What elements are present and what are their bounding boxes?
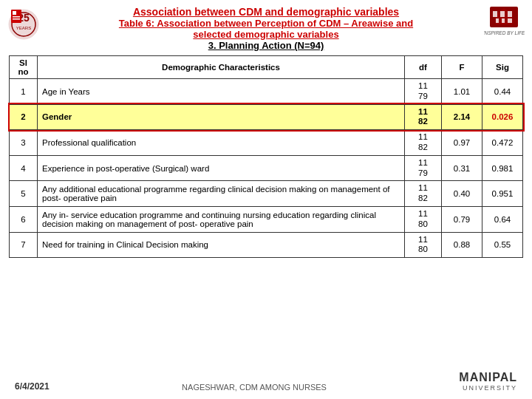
svg-rect-12 bbox=[508, 11, 512, 17]
cell-f: 0.88 bbox=[442, 232, 482, 258]
university-label: UNIVERSITY bbox=[459, 384, 517, 392]
table-row: 1Age in Years11791.010.44 bbox=[10, 79, 523, 105]
table-row: 6Any in- service education programme and… bbox=[10, 206, 523, 232]
cell-slno: 6 bbox=[10, 206, 38, 232]
footer: 6/4/2021 NAGESHWAR, CDM AMONG NURSES MAN… bbox=[0, 371, 532, 392]
title-line3: selected demographic variables bbox=[44, 29, 488, 40]
footer-center-text: NAGESHWAR, CDM AMONG NURSES bbox=[50, 383, 460, 392]
cell-f: 0.40 bbox=[442, 181, 482, 207]
table-row: 7Need for training in Clinical Decision … bbox=[10, 232, 523, 258]
cell-slno: 2 bbox=[10, 104, 38, 130]
cell-f: 0.31 bbox=[442, 155, 482, 181]
col-demo-header: Demographic Characteristics bbox=[38, 56, 405, 79]
cell-demo: Professional qualification bbox=[38, 130, 405, 156]
header: 25 YEARS Association between CDM and dem… bbox=[0, 0, 532, 55]
svg-rect-5 bbox=[13, 11, 16, 15]
svg-rect-13 bbox=[496, 18, 499, 23]
cell-sig: 0.026 bbox=[482, 104, 523, 130]
title-line4: 3. Planning Action (N=94) bbox=[44, 40, 488, 51]
svg-text:INSPIRED BY LIFE: INSPIRED BY LIFE bbox=[484, 30, 525, 35]
title-line2: Table 6: Association between Perception … bbox=[44, 18, 488, 29]
cell-df: 1179 bbox=[405, 155, 442, 181]
cell-f: 2.14 bbox=[442, 104, 482, 130]
cell-slno: 5 bbox=[10, 181, 38, 207]
cell-slno: 1 bbox=[10, 79, 38, 105]
cell-df: 1180 bbox=[405, 206, 442, 232]
cell-sig: 0.951 bbox=[482, 181, 523, 207]
cell-f: 0.97 bbox=[442, 130, 482, 156]
cell-slno: 4 bbox=[10, 155, 38, 181]
cell-sig: 0.55 bbox=[482, 232, 523, 258]
cell-df: 1180 bbox=[405, 232, 442, 258]
cell-f: 0.79 bbox=[442, 206, 482, 232]
col-slno-header: Sl no bbox=[10, 56, 38, 79]
col-f-header: F bbox=[442, 56, 482, 79]
left-logo: 25 YEARS bbox=[7, 4, 48, 44]
table-header-row: Sl no Demographic Characteristics df F S… bbox=[10, 56, 523, 79]
data-table: Sl no Demographic Characteristics df F S… bbox=[9, 55, 523, 258]
cell-df: 1179 bbox=[405, 79, 442, 105]
svg-rect-6 bbox=[13, 16, 20, 18]
table-row: 3Professional qualification11820.970.472 bbox=[10, 130, 523, 156]
svg-rect-15 bbox=[508, 18, 512, 23]
cell-demo: Need for training in Clinical Decision m… bbox=[38, 232, 405, 258]
cell-demo: Any in- service education programme and … bbox=[38, 206, 405, 232]
cell-sig: 0.472 bbox=[482, 130, 523, 156]
svg-rect-7 bbox=[13, 18, 20, 20]
table-body: 1Age in Years11791.010.442Gender11822.14… bbox=[10, 79, 523, 258]
brand-name: MANIPAL bbox=[459, 371, 517, 384]
cell-demo: Experience in post-operative (Surgical) … bbox=[38, 155, 405, 181]
cell-df: 1182 bbox=[405, 181, 442, 207]
footer-right: MANIPAL UNIVERSITY bbox=[459, 371, 517, 392]
svg-rect-10 bbox=[493, 11, 497, 17]
cell-f: 1.01 bbox=[442, 79, 482, 105]
cell-demo: Age in Years bbox=[38, 79, 405, 105]
cell-demo: Gender bbox=[38, 104, 405, 130]
svg-rect-11 bbox=[500, 11, 505, 17]
right-logo: INSPIRED BY LIFE bbox=[484, 4, 525, 44]
table-row: 4Experience in post-operative (Surgical)… bbox=[10, 155, 523, 181]
table-row: 5Any additional educational programme re… bbox=[10, 181, 523, 207]
svg-rect-14 bbox=[502, 18, 505, 23]
cell-df: 1182 bbox=[405, 104, 442, 130]
cell-sig: 0.44 bbox=[482, 79, 523, 105]
table-row: 2Gender11822.140.026 bbox=[10, 104, 523, 130]
cell-sig: 0.64 bbox=[482, 206, 523, 232]
cell-demo: Any additional educational programme reg… bbox=[38, 181, 405, 207]
cell-slno: 7 bbox=[10, 232, 38, 258]
col-df-header: df bbox=[405, 56, 442, 79]
title-line1: Association between CDM and demographic … bbox=[44, 6, 488, 18]
cell-sig: 0.981 bbox=[482, 155, 523, 181]
col-sig-header: Sig bbox=[482, 56, 523, 79]
footer-date: 6/4/2021 bbox=[15, 381, 50, 392]
cell-slno: 3 bbox=[10, 130, 38, 156]
data-table-container: Sl no Demographic Characteristics df F S… bbox=[0, 55, 532, 258]
cell-df: 1182 bbox=[405, 130, 442, 156]
svg-text:YEARS: YEARS bbox=[16, 26, 31, 30]
